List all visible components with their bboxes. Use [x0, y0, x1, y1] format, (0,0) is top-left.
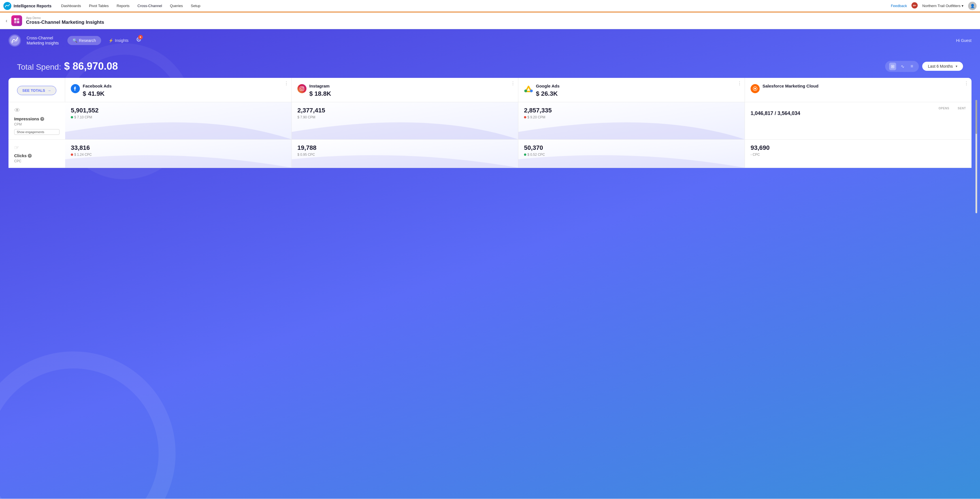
impressions-sub: CPM — [14, 122, 59, 126]
instagram-impressions: 2,377,415 $ 7.90 CPM — [292, 102, 518, 139]
table-header: SEE TOTALS → ⋮ Facebook Ads $ 41.9K — [8, 78, 972, 102]
impressions-info-icon[interactable]: ? — [40, 117, 44, 121]
back-button[interactable]: ‹ — [6, 18, 7, 24]
notification-icon[interactable]: 99+ — [912, 2, 918, 8]
user-avatar[interactable]: 👤 — [968, 2, 977, 10]
facebook-header: ⋮ Facebook Ads $ 41.9K — [65, 78, 292, 102]
red-dot-icon — [524, 116, 526, 118]
insights-icon: ⚡ — [108, 38, 113, 43]
instagram-impressions-sub: $ 7.90 CPM — [298, 115, 512, 119]
instagram-clicks-value: 19,788 — [298, 144, 512, 151]
sfmc-impressions: OPENS SENT 1,046,817 / 3,564,034 — [745, 102, 972, 139]
svg-point-13 — [524, 89, 527, 92]
notification-area: 99+ — [912, 2, 918, 10]
top-navigation: Intelligence Reports Dashboards Pivot Ta… — [0, 0, 980, 13]
svg-rect-4 — [17, 18, 19, 21]
grid-view-button[interactable]: ⊞ — [889, 63, 896, 70]
eye-icon: 👁 — [14, 107, 59, 114]
see-totals-button[interactable]: SEE TOTALS → — [17, 86, 56, 95]
sfmc-opens-sent-value: 1,046,817 / 3,564,034 — [751, 110, 966, 116]
tab-insights[interactable]: ⚡ Insights — [103, 36, 134, 45]
sfmc-clicks: 93,690 - CPC — [745, 140, 972, 168]
nav-cross-channel[interactable]: Cross-Channel — [134, 0, 166, 13]
page-header-info: App Demo Cross-Channel Marketing Insight… — [26, 16, 104, 25]
gear-badge: 6 — [138, 35, 143, 40]
nav-right: Feedback 99+ Northern Trail Outfitters ▾… — [891, 2, 977, 10]
sfmc-menu-dots[interactable]: ⋮ — [964, 81, 969, 86]
google-impressions-sub: $ 9.20 CPM — [524, 115, 739, 119]
nav-queries[interactable]: Queries — [166, 0, 187, 13]
clicks-title: Clicks ? — [14, 153, 59, 158]
instagram-clicks: 19,788 $ 0.95 CPC — [292, 140, 518, 168]
app-title: Intelligence Reports — [14, 4, 52, 8]
app-logo[interactable]: Intelligence Reports — [3, 2, 52, 10]
spend-section: Total Spend: $ 86,970.08 ⊞ ∿ ≡ Last 6 Mo… — [0, 52, 980, 78]
facebook-clicks-sub: $ 1.24 CPC — [71, 153, 286, 157]
total-spend-label: Total Spend: — [17, 63, 61, 72]
total-spend-display: Total Spend: $ 86,970.08 — [17, 60, 118, 72]
sfmc-header: Last updated 8 weeks ago ⋮ Salesforce Ma… — [745, 78, 972, 102]
svg-point-9 — [301, 88, 303, 90]
svg-point-12 — [530, 89, 533, 92]
nav-setup[interactable]: Setup — [187, 0, 205, 13]
instagram-icon — [298, 84, 307, 93]
google-menu-dots[interactable]: ⋮ — [737, 81, 742, 86]
feedback-button[interactable]: Feedback — [891, 4, 907, 8]
data-table: SEE TOTALS → ⋮ Facebook Ads $ 41.9K — [8, 78, 972, 168]
page-header: ‹ App Demo Cross-Channel Marketing Insig… — [0, 13, 980, 29]
svg-point-0 — [3, 2, 11, 10]
sfmc-channel-details: Salesforce Marketing Cloud — [762, 84, 819, 89]
svg-point-7 — [10, 35, 20, 46]
facebook-menu-dots[interactable]: ⋮ — [284, 81, 289, 86]
svg-point-10 — [303, 87, 303, 88]
impressions-title: Impressions ? — [14, 116, 59, 121]
chevron-down-icon: ▾ — [956, 64, 957, 68]
facebook-impressions-sub: $ 7.10 CPM — [71, 115, 286, 119]
list-view-button[interactable]: ≡ — [909, 63, 915, 70]
svg-text:99+: 99+ — [913, 4, 916, 6]
nav-items: Dashboards Pivot Tables Reports Cross-Ch… — [57, 0, 891, 12]
main-content: Cross-ChannelMarketing Insights 🔍 Resear… — [0, 29, 980, 499]
facebook-icon — [71, 84, 80, 93]
scrollbar[interactable] — [975, 100, 977, 213]
hi-guest-label: Hi Guest — [956, 38, 972, 43]
facebook-channel-details: Facebook Ads $ 41.9K — [83, 84, 111, 97]
date-range-selector[interactable]: Last 6 Months ▾ — [922, 62, 963, 71]
chart-view-button[interactable]: ∿ — [899, 63, 906, 70]
google-clicks-sub: $ 0.52 CPC — [524, 153, 739, 157]
opens-sent-labels: OPENS SENT — [751, 107, 966, 110]
instagram-channel-info: Instagram $ 18.8K — [298, 84, 512, 97]
google-channel-details: Google Ads $ 26.3K — [536, 84, 560, 97]
view-toggle: ⊞ ∿ ≡ — [885, 61, 919, 72]
nav-dashboards[interactable]: Dashboards — [57, 0, 85, 13]
svg-rect-8 — [300, 87, 304, 91]
see-totals-cell: SEE TOTALS → — [8, 78, 65, 102]
scrollbar-thumb[interactable] — [975, 100, 977, 134]
impressions-label-cell: 👁 Impressions ? CPM Show engagements — [8, 102, 65, 139]
nav-pivot-tables[interactable]: Pivot Tables — [85, 0, 113, 13]
show-engagements-button[interactable]: Show engagements — [14, 129, 59, 135]
instagram-menu-dots[interactable]: ⋮ — [511, 81, 515, 86]
org-selector[interactable]: Northern Trail Outfitters ▾ — [922, 4, 964, 8]
google-ads-icon — [524, 84, 533, 93]
gear-container[interactable]: ⚙ 6 — [136, 36, 142, 45]
facebook-impressions-value: 5,901,552 — [71, 107, 286, 114]
tab-research[interactable]: 🔍 Research — [67, 36, 101, 45]
facebook-channel-info: Facebook Ads $ 41.9K — [71, 84, 286, 97]
red-dot-fb-icon — [71, 154, 73, 156]
instagram-channel-details: Instagram $ 18.8K — [309, 84, 331, 97]
clicks-info-icon[interactable]: ? — [28, 154, 32, 158]
svg-rect-6 — [17, 21, 19, 23]
nav-reports[interactable]: Reports — [113, 0, 134, 13]
facebook-impressions: 5,901,552 $ 7.10 CPM — [65, 102, 292, 139]
google-clicks-value: 50,370 — [524, 144, 739, 151]
page-subtitle: App Demo — [26, 16, 104, 19]
clicks-label-cell: ☞ Clicks ? CPC — [8, 140, 65, 168]
research-icon: 🔍 — [73, 38, 77, 43]
total-spend-amount: $ 86,970.08 — [64, 60, 118, 72]
app-bar-logo — [8, 34, 21, 47]
google-channel-info: Google Ads $ 26.3K — [524, 84, 739, 97]
sfmc-clicks-sub: - CPC — [751, 153, 966, 157]
facebook-clicks-value: 33,816 — [71, 144, 286, 151]
sfmc-clicks-value: 93,690 — [751, 144, 966, 151]
